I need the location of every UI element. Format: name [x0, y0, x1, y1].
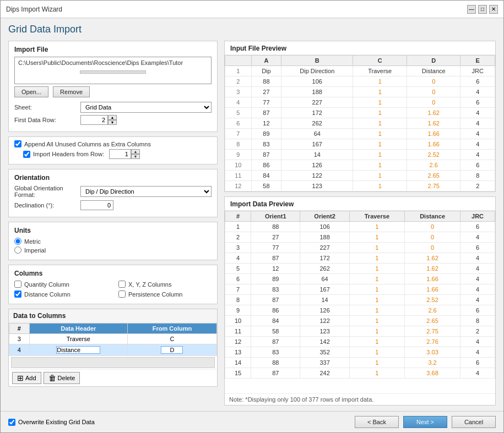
table-row: 51226211.624	[225, 264, 495, 274]
imperial-row: Imperial	[14, 246, 212, 254]
remove-button[interactable]: Remove	[53, 86, 90, 97]
delete-button[interactable]: 🗑 Delete	[44, 372, 80, 384]
table-row: 108612612.66	[225, 160, 495, 171]
sheet-select[interactable]: Grid Data	[80, 102, 212, 113]
import-headers-row: Import Headers from Row: 1 ▲ ▼	[14, 149, 212, 159]
spinner-buttons: ▲ ▼	[108, 115, 117, 125]
table-row[interactable]: 4	[9, 344, 217, 356]
persistence-col-checkbox[interactable]	[118, 291, 126, 298]
append-unused-checkbox[interactable]	[14, 140, 21, 147]
th-traverse: Traverse	[349, 211, 404, 222]
xyz-col-row: X, Y, Z Columns	[118, 281, 212, 288]
th-c: C	[353, 56, 407, 66]
orientation-section: Orientation Global Orientation Format: D…	[8, 169, 218, 217]
data-to-columns-scroll[interactable]: # Data Header From Column 3 Traverse C	[9, 323, 217, 356]
delete-label: Delete	[58, 375, 75, 381]
data-to-columns-section: Data to Columns # Data Header From Colum…	[8, 309, 218, 387]
table-row: 88316711.664	[225, 139, 495, 150]
cancel-button[interactable]: Cancel	[452, 416, 496, 428]
data-header-input[interactable]	[56, 346, 100, 354]
import-preview-scroll[interactable]: # Orient1 Orient2 Traverse Distance JRC …	[225, 211, 495, 393]
right-panel: Input File Preview A B C D E	[224, 41, 496, 405]
open-button[interactable]: Open...	[14, 86, 48, 97]
global-format-label: Global Orientation Format:	[14, 185, 80, 198]
footer-bar: Overwrite Existing Grid Data < Back Next…	[1, 411, 503, 432]
imperial-radio[interactable]	[14, 246, 21, 254]
metric-label: Metric	[24, 238, 41, 245]
add-del-row: ⊞ Add 🗑 Delete	[9, 369, 217, 386]
xyz-col-checkbox[interactable]	[118, 281, 126, 288]
table-row: 98612612.66	[225, 305, 495, 316]
minimize-btn[interactable]: —	[467, 5, 476, 14]
table-row: 377227106	[225, 243, 495, 253]
delete-icon: 🗑	[48, 374, 56, 382]
title-bar-controls: — □ ✕	[467, 5, 498, 14]
add-icon: ⊞	[17, 374, 24, 382]
metric-row: Metric	[14, 238, 212, 245]
footer-left: Overwrite Existing Grid Data	[8, 419, 350, 426]
input-preview-scroll[interactable]: A B C D E 1DipDip DirectionTraverseDista…	[225, 55, 495, 191]
maximize-btn[interactable]: □	[478, 5, 487, 14]
metric-radio[interactable]	[14, 238, 21, 245]
columns-grid: Quantity Column X, Y, Z Columns Distance…	[14, 281, 212, 299]
spinner-up[interactable]: ▲	[108, 115, 117, 120]
table-row: 477227106	[225, 97, 495, 108]
persistence-col-row: Persistence Column	[118, 291, 212, 298]
distance-col-row: Distance Column	[14, 291, 107, 298]
table-row: 78316711.664	[225, 284, 495, 295]
th-d: D	[407, 56, 460, 66]
imperial-label: Imperial	[24, 247, 46, 254]
col-num-header: #	[9, 324, 30, 334]
quantity-col-label: Quantity Column	[24, 281, 69, 288]
next-button[interactable]: Next >	[403, 416, 447, 428]
th-b: B	[281, 56, 353, 66]
import-headers-label: Import Headers from Row:	[33, 151, 104, 157]
row-data-header[interactable]	[29, 344, 127, 356]
distance-col-label: Distance Column	[24, 291, 71, 298]
th-num: #	[225, 211, 251, 222]
first-data-row-input[interactable]: 2	[80, 115, 108, 125]
import-headers-checkbox[interactable]	[23, 151, 30, 158]
th-distance: Distance	[404, 211, 460, 222]
import-headers-up[interactable]: ▲	[131, 149, 140, 154]
import-headers-down[interactable]: ▼	[131, 154, 140, 159]
quantity-col-checkbox[interactable]	[14, 281, 21, 288]
file-btn-row: Open... Remove	[14, 86, 212, 97]
data-to-columns-header-row: # Data Header From Column	[9, 324, 217, 334]
th-orient2: Orient2	[300, 211, 349, 222]
table-row: 8871412.524	[225, 295, 495, 305]
table-row: 188106106	[225, 222, 495, 232]
options-section: Append All Unused Columns as Extra Colum…	[8, 136, 218, 165]
table-row: 138335213.034	[225, 347, 495, 358]
row-from-col[interactable]	[127, 344, 216, 356]
overwrite-check-row: Overwrite Existing Grid Data	[8, 419, 350, 426]
back-button[interactable]: < Back	[355, 416, 399, 428]
global-format-select[interactable]: Dip / Dip Direction	[80, 186, 212, 197]
page-title: Grid Data Import	[8, 24, 496, 35]
th-e: E	[460, 56, 495, 66]
left-panel: Import File C:\Users\Public\Documents\Ro…	[8, 41, 218, 405]
row-num: 3	[9, 334, 30, 344]
append-unused-label: Append All Unused Columns as Extra Colum…	[24, 141, 151, 147]
close-btn[interactable]: ✕	[489, 5, 498, 14]
table-row: 108412212.658	[225, 316, 495, 326]
distance-col-checkbox[interactable]	[14, 291, 21, 298]
th-jrc: JRC	[460, 211, 495, 222]
declination-label: Declination (°):	[14, 202, 80, 209]
overwrite-checkbox[interactable]	[8, 419, 15, 426]
table-row: 61226211.624	[225, 118, 495, 129]
import-headers-input[interactable]: 1	[109, 149, 131, 159]
row-from-col: C	[127, 334, 216, 344]
import-preview-header: # Orient1 Orient2 Traverse Distance JRC	[225, 211, 495, 222]
add-button[interactable]: ⊞ Add	[12, 372, 41, 384]
table-row: 3 Traverse C	[9, 334, 217, 344]
spinner-down[interactable]: ▼	[108, 120, 117, 125]
declination-input[interactable]: 0	[80, 200, 113, 210]
import-file-section: Import File C:\Users\Public\Documents\Ro…	[8, 41, 218, 132]
row-data-header: Traverse	[29, 334, 127, 344]
data-to-columns-title: Data to Columns	[9, 309, 217, 323]
table-row: 327188104	[225, 87, 495, 97]
from-col-input[interactable]	[161, 346, 183, 354]
file-scrollbar[interactable]	[80, 70, 146, 74]
table-row: 128714212.764	[225, 337, 495, 347]
